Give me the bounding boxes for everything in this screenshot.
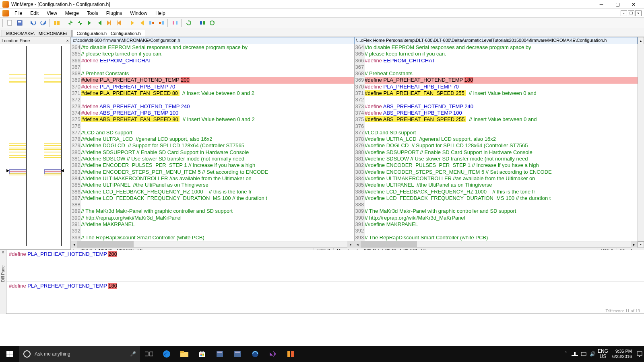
menu-tools[interactable]: Tools [83, 10, 102, 17]
tb-copyr-icon[interactable] [147, 19, 156, 27]
diff-pane: × Diff Pane #define PLA_PREHEAT_HOTEND_T… [0, 249, 644, 314]
doc-icon [2, 10, 9, 16]
svg-rect-7 [149, 21, 151, 25]
svg-rect-2 [18, 21, 21, 23]
toolbar [0, 18, 644, 28]
tabbar: MICROMAKE\ - MICROMAKE\ Configuration.h … [0, 28, 644, 37]
menu-window[interactable]: Window [126, 10, 151, 17]
svg-rect-10 [176, 21, 178, 25]
diff-counter: Difference 11 of 13 [605, 308, 640, 313]
menu-edit[interactable]: Edit [26, 10, 43, 17]
tb-nextdiff-icon[interactable] [66, 19, 75, 27]
mdi-close[interactable]: × [635, 10, 642, 16]
tb-save-icon[interactable] [15, 19, 24, 27]
diff-bottom[interactable]: #define PLA_PREHEAT_HOTEND_TEMP 180 Diff… [6, 282, 644, 314]
tb-redo-icon[interactable] [39, 19, 47, 27]
horizontal-scrollbars: ◂▸ ◂▸ ▾ [71, 241, 644, 247]
tb-undo-icon[interactable] [29, 19, 38, 27]
tb-prevconf-icon[interactable] [114, 19, 123, 27]
location-thumb-right[interactable] [44, 46, 62, 246]
menu-plugins[interactable]: Plugins [102, 10, 126, 17]
menu-help[interactable]: Help [151, 10, 169, 17]
titlebar: WinMerge - [Configuration.h - Configurat… [0, 0, 644, 9]
svg-rect-5 [110, 21, 111, 25]
tb-prev-icon[interactable] [95, 19, 104, 27]
menu-view[interactable]: View [43, 10, 61, 17]
svg-rect-11 [200, 21, 202, 25]
tb-diff-icon[interactable] [52, 19, 61, 27]
right-file-path[interactable]: \...oFlex Home Personal\temp\DLT-600\DLT… [355, 37, 638, 44]
close-button[interactable]: ✕ [625, 0, 642, 9]
location-pane-title: Location Pane [2, 38, 30, 43]
tb-next-icon[interactable] [85, 19, 94, 27]
menu-file[interactable]: File [10, 10, 26, 17]
mdi-minimize[interactable]: - [621, 10, 627, 16]
diff-pane-label: Diff Pane [1, 265, 5, 282]
menu-merge[interactable]: Merge [61, 10, 83, 17]
location-pane: Location Pane × ▶ [0, 37, 71, 249]
tb-prevdiff-icon[interactable] [76, 19, 85, 27]
left-hscroll[interactable]: ◂▸ [71, 241, 354, 247]
tb-refresh-icon[interactable] [184, 19, 193, 27]
window-title: WinMerge - [Configuration.h - Configurat… [11, 2, 593, 7]
tb-copyl-icon[interactable] [157, 19, 166, 27]
tb-reload-icon[interactable] [208, 19, 217, 27]
right-code-pane[interactable]: 3643653663673683693703713723733743753763… [354, 44, 638, 241]
location-pane-close[interactable]: × [66, 38, 69, 43]
svg-rect-9 [173, 21, 174, 25]
tb-goto-icon[interactable] [128, 19, 137, 27]
tb-new-icon[interactable] [6, 19, 14, 27]
loc-arrow-right-icon: ◀ [61, 168, 64, 173]
location-pane-header: Location Pane × [0, 37, 70, 44]
mdi-restore[interactable]: ❐ [628, 10, 634, 16]
diff-top[interactable]: #define PLA_PREHEAT_HOTEND_TEMP 200 [6, 250, 644, 282]
tb-gotoprev-icon[interactable] [138, 19, 147, 27]
location-thumb-left[interactable] [9, 46, 27, 246]
tb-nextconf-icon[interactable] [105, 19, 114, 27]
svg-rect-6 [117, 21, 118, 25]
left-code-pane[interactable]: 3643653663673683693703713723733743753763… [71, 44, 354, 241]
maximize-button[interactable]: ▢ [609, 0, 625, 9]
main-area: Location Pane × ▶ [0, 37, 644, 249]
menubar: File Edit View Merge Tools Plugins Windo… [0, 9, 644, 18]
minimize-button[interactable]: ─ [593, 0, 609, 9]
vscroll-bottom-button[interactable]: ▾ [638, 241, 644, 248]
compare-panes: c:\code\dlt-600-firmware\MICROMAKE\Confi… [71, 37, 644, 249]
app-icon [2, 1, 9, 8]
diff-pane-close[interactable]: × [0, 250, 6, 314]
svg-rect-0 [8, 20, 12, 25]
vscroll-top-button[interactable]: ▴ [638, 37, 644, 44]
svg-rect-3 [54, 21, 56, 25]
vertical-scrollbar[interactable] [638, 44, 644, 241]
svg-rect-8 [162, 21, 164, 25]
svg-rect-12 [203, 21, 205, 25]
svg-rect-4 [57, 21, 60, 25]
tb-allr-icon[interactable] [171, 19, 180, 27]
tab-folders[interactable]: MICROMAKE\ - MICROMAKE\ [2, 30, 72, 37]
left-file-path[interactable]: c:\code\dlt-600-firmware\MICROMAKE\Confi… [71, 37, 355, 44]
right-hscroll[interactable]: ◂▸ [354, 241, 638, 247]
tb-mergeall-icon[interactable] [198, 19, 207, 27]
tab-files[interactable]: Configuration.h - Configuration.h [72, 30, 145, 37]
